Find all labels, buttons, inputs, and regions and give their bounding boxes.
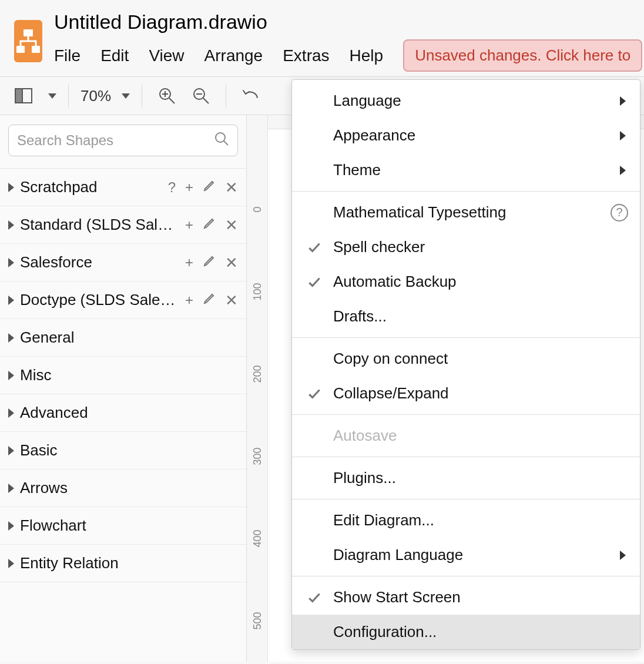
menu-appearance[interactable]: Appearance xyxy=(292,118,640,153)
zoom-select[interactable]: 70% xyxy=(80,87,130,105)
separator xyxy=(292,499,640,499)
menu-extras[interactable]: Extras xyxy=(283,46,329,65)
menu-spell-checker[interactable]: Spell checker xyxy=(292,230,640,264)
sidebar-item-advanced[interactable]: Advanced xyxy=(0,394,246,432)
menu-item-label: Copy on connect xyxy=(333,350,628,368)
sidebar-item-label: Advanced xyxy=(20,404,238,422)
menu-view[interactable]: View xyxy=(149,46,184,65)
search-icon[interactable] xyxy=(214,131,229,150)
search-shapes-box[interactable] xyxy=(8,125,238,156)
chevron-right-icon xyxy=(8,258,14,267)
plus-icon[interactable]: + xyxy=(185,292,193,308)
sidebar-item-label: Entity Relation xyxy=(20,554,238,572)
sidebar-item-standard-slds[interactable]: Standard (SLDS Sal… + ✕ xyxy=(0,206,246,244)
menu-drafts[interactable]: Drafts... xyxy=(292,299,640,334)
menu-item-label: Language xyxy=(333,92,612,110)
menu-item-label: Autosave xyxy=(333,427,628,445)
menu-item-label: Edit Diagram... xyxy=(333,511,628,529)
zoom-value: 70% xyxy=(80,87,111,105)
menu-language[interactable]: Language xyxy=(292,83,640,118)
menu-collapse-expand[interactable]: Collapse/Expand xyxy=(292,376,640,411)
svg-rect-1 xyxy=(16,46,25,53)
undo-button[interactable] xyxy=(238,83,264,109)
svg-point-12 xyxy=(216,133,225,142)
chevron-right-icon xyxy=(620,96,626,106)
menu-edit[interactable]: Edit xyxy=(100,46,129,65)
sidebar-item-general[interactable]: General xyxy=(0,319,246,357)
ruler-tick: 300 xyxy=(251,446,264,467)
separator xyxy=(292,457,640,457)
menu-copy-on-connect[interactable]: Copy on connect xyxy=(292,341,640,376)
chevron-right-icon xyxy=(620,166,626,175)
menu-math-typesetting[interactable]: Mathematical Typesetting? xyxy=(292,195,640,230)
edit-icon[interactable] xyxy=(203,179,216,196)
edit-icon[interactable] xyxy=(203,292,216,308)
close-icon[interactable]: ✕ xyxy=(225,293,238,308)
ruler-vertical: 0 100 200 300 400 500 xyxy=(247,115,268,662)
plus-icon[interactable]: + xyxy=(185,217,193,233)
menu-item-label: Spell checker xyxy=(333,238,628,256)
header: Untitled Diagram.drawio File Edit View A… xyxy=(0,0,644,77)
menu-configuration[interactable]: Configuration... xyxy=(292,615,640,649)
zoom-out-button[interactable] xyxy=(188,83,214,109)
menu-help[interactable]: Help xyxy=(350,46,384,65)
menu-edit-diagram[interactable]: Edit Diagram... xyxy=(292,503,640,538)
svg-rect-2 xyxy=(32,46,40,53)
chevron-right-icon xyxy=(8,296,14,305)
sidebar-item-entity-relation[interactable]: Entity Relation xyxy=(0,545,246,582)
menu-file[interactable]: File xyxy=(54,46,80,65)
document-title[interactable]: Untitled Diagram.drawio xyxy=(54,11,642,33)
close-icon[interactable]: ✕ xyxy=(225,217,238,233)
check-icon xyxy=(304,274,325,290)
extras-dropdown: Language Appearance Theme Mathematical T… xyxy=(291,79,640,650)
check-icon xyxy=(304,590,325,605)
separator xyxy=(292,414,640,415)
sidebar-item-scratchpad[interactable]: Scratchpad ? + ✕ xyxy=(0,169,246,206)
sidebar-item-label: Flowchart xyxy=(20,517,238,535)
chevron-right-icon xyxy=(620,131,626,140)
sidebar-toggle-button[interactable] xyxy=(11,83,36,109)
help-icon[interactable]: ? xyxy=(168,179,176,196)
sidebar-item-basic[interactable]: Basic xyxy=(0,432,246,470)
sidebar-item-flowchart[interactable]: Flowchart xyxy=(0,507,246,545)
menu-item-label: Show Start Screen xyxy=(333,588,628,606)
sidebar-item-arrows[interactable]: Arrows xyxy=(0,470,246,507)
edit-icon[interactable] xyxy=(203,254,216,271)
chevron-right-icon xyxy=(8,333,14,343)
separator xyxy=(292,337,640,338)
plus-icon[interactable]: + xyxy=(185,254,193,271)
sidebar-item-label: Basic xyxy=(20,441,238,460)
plus-icon[interactable]: + xyxy=(185,179,193,196)
menu-automatic-backup[interactable]: Automatic Backup xyxy=(292,264,640,299)
zoom-in-button[interactable] xyxy=(154,83,180,109)
close-icon[interactable]: ✕ xyxy=(225,255,238,270)
menu-theme[interactable]: Theme xyxy=(292,153,640,187)
menu-item-label: Collapse/Expand xyxy=(333,384,628,403)
menu-diagram-language[interactable]: Diagram Language xyxy=(292,538,640,572)
ruler-tick: 400 xyxy=(251,528,264,549)
close-icon[interactable]: ✕ xyxy=(225,180,238,195)
separator xyxy=(292,576,640,576)
menu-item-label: Drafts... xyxy=(333,307,628,326)
sidebar-item-label: Misc xyxy=(20,366,238,384)
sidebar-item-salesforce[interactable]: Salesforce + ✕ xyxy=(0,244,246,281)
menu-autosave: Autosave xyxy=(292,418,640,453)
separator xyxy=(226,84,226,108)
menu-plugins[interactable]: Plugins... xyxy=(292,461,640,495)
help-icon[interactable]: ? xyxy=(611,204,628,222)
check-icon xyxy=(304,240,325,255)
sidebar-toggle-caret-icon[interactable] xyxy=(48,93,56,99)
menu-show-start-screen[interactable]: Show Start Screen xyxy=(292,580,640,615)
menu-item-label: Automatic Backup xyxy=(333,273,628,291)
chevron-right-icon xyxy=(8,220,14,230)
sidebar-item-doctype-slds[interactable]: Doctype (SLDS Sale… + ✕ xyxy=(0,281,246,319)
chevron-right-icon xyxy=(8,484,14,493)
unsaved-banner[interactable]: Unsaved changes. Click here to xyxy=(403,39,642,72)
chevron-right-icon xyxy=(8,446,14,455)
search-input[interactable] xyxy=(17,132,214,149)
edit-icon[interactable] xyxy=(203,217,216,233)
shape-sidebar: Scratchpad ? + ✕ Standard (SLDS Sal… + ✕… xyxy=(0,115,247,662)
menu-arrange[interactable]: Arrange xyxy=(204,46,263,65)
sidebar-item-misc[interactable]: Misc xyxy=(0,357,246,394)
svg-rect-0 xyxy=(24,29,33,36)
